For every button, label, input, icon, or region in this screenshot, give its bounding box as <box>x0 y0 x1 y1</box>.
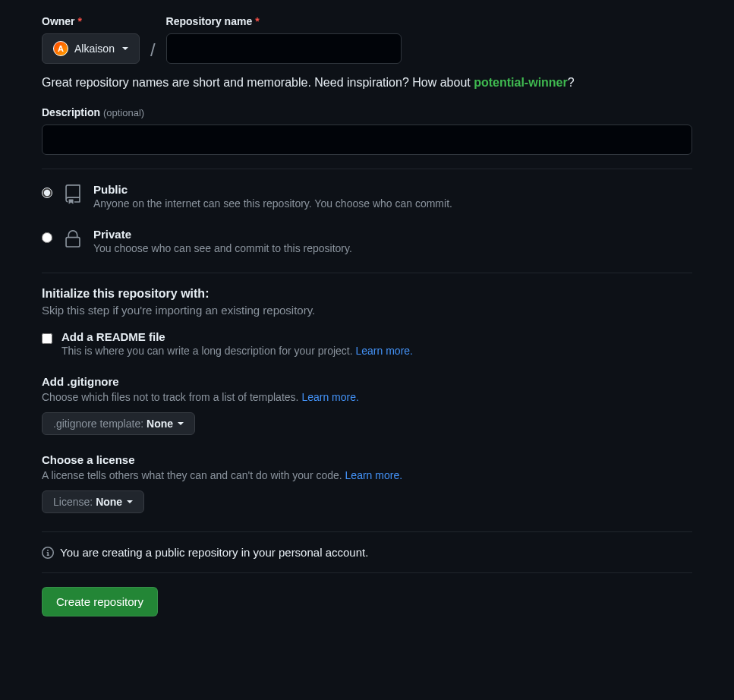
gitignore-learn-more-link[interactable]: Learn more. <box>301 391 358 403</box>
description-input[interactable] <box>42 125 692 155</box>
private-desc: You choose who can see and commit to thi… <box>93 242 692 254</box>
gitignore-heading: Add .gitignore <box>42 375 692 388</box>
info-icon <box>42 547 54 559</box>
name-hint: Great repository names are short and mem… <box>42 76 692 90</box>
chevron-down-icon <box>122 47 128 50</box>
gitignore-desc: Choose which files not to track from a l… <box>42 391 692 403</box>
license-heading: Choose a license <box>42 453 692 466</box>
divider <box>42 273 692 273</box>
initialize-heading: Initialize this repository with: <box>42 287 692 301</box>
lock-icon <box>63 229 83 249</box>
initialize-subtitle: Skip this step if you're importing an ex… <box>42 304 692 317</box>
readme-title: Add a README file <box>61 330 692 343</box>
readme-learn-more-link[interactable]: Learn more. <box>356 345 413 357</box>
create-repository-button[interactable]: Create repository <box>42 587 158 616</box>
public-desc: Anyone on the internet can see this repo… <box>93 197 692 210</box>
info-message-row: You are creating a public repository in … <box>42 546 692 559</box>
owner-label: Owner* <box>42 15 140 27</box>
slash-separator: / <box>150 39 156 64</box>
gitignore-template-button[interactable]: .gitignore template: None <box>42 412 195 435</box>
owner-username: Alkaison <box>74 43 115 55</box>
public-radio[interactable] <box>42 188 52 198</box>
divider <box>42 572 692 573</box>
avatar: A <box>53 41 68 56</box>
repo-name-label: Repository name* <box>166 15 402 27</box>
description-label: Description (optional) <box>42 106 692 118</box>
readme-checkbox[interactable] <box>42 333 52 344</box>
license-learn-more-link[interactable]: Learn more. <box>345 469 402 481</box>
info-message-text: You are creating a public repository in … <box>60 546 368 559</box>
repo-icon <box>63 184 83 204</box>
owner-select-button[interactable]: A Alkaison <box>42 33 140 64</box>
license-desc: A license tells others what they can and… <box>42 469 692 481</box>
public-title: Public <box>93 183 692 196</box>
private-title: Private <box>93 228 692 241</box>
required-asterisk: * <box>78 15 82 27</box>
required-asterisk: * <box>255 15 259 27</box>
divider <box>42 531 692 532</box>
license-button[interactable]: License: None <box>42 490 144 513</box>
suggestion-link[interactable]: potential-winner <box>474 76 568 89</box>
chevron-down-icon <box>178 422 184 425</box>
chevron-down-icon <box>127 500 133 503</box>
divider <box>42 169 692 169</box>
readme-desc: This is where you can write a long descr… <box>61 345 692 357</box>
repo-name-input[interactable] <box>166 33 402 64</box>
optional-text: (optional) <box>103 107 144 118</box>
private-radio[interactable] <box>42 232 52 243</box>
